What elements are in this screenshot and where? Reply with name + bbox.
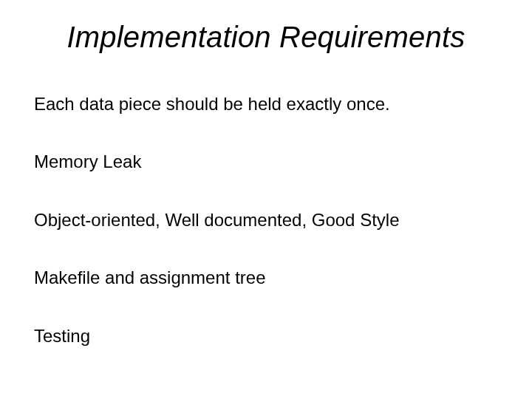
bullet-item: Testing <box>34 324 501 348</box>
bullet-list: Each data piece should be held exactly o… <box>31 92 501 348</box>
bullet-item: Each data piece should be held exactly o… <box>34 92 501 116</box>
slide-title: Implementation Requirements <box>31 21 501 54</box>
bullet-item: Makefile and assignment tree <box>34 266 501 290</box>
slide-container: Implementation Requirements Each data pi… <box>0 0 532 399</box>
bullet-item: Object-oriented, Well documented, Good S… <box>34 208 501 232</box>
bullet-item: Memory Leak <box>34 150 501 174</box>
